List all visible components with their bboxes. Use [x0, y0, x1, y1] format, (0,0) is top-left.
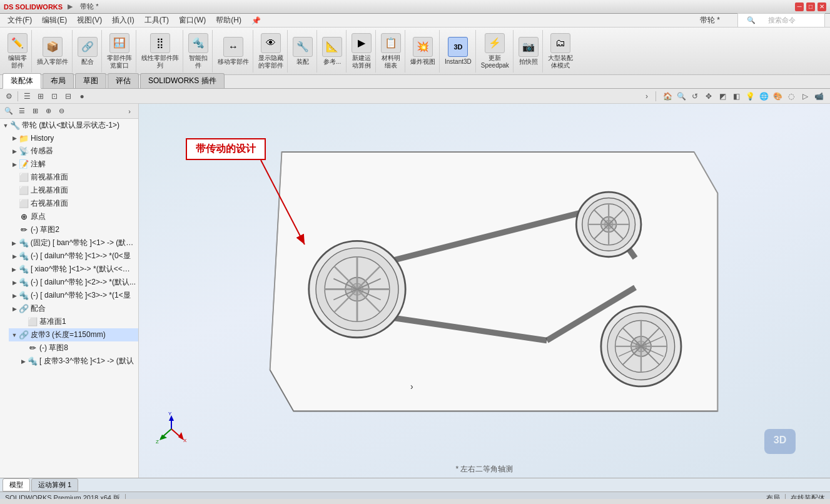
tree-origin-item[interactable]: ⊕ 原点 [9, 210, 138, 223]
mate-button[interactable]: 🔗 [78, 37, 98, 57]
menu-window[interactable]: 窗口(W) [174, 14, 211, 27]
view-light-icon[interactable]: 💡 [744, 90, 756, 103]
tree-xiao1-item[interactable]: ▶ 🔩 [ xiao^带轮 ]<1>-> *(默认<<默... [9, 263, 138, 276]
show-hide-label: 显示隐藏的零部件 [258, 54, 283, 69]
view-section-icon[interactable]: ◩ [716, 90, 729, 103]
tree-root-item[interactable]: ▼ 🔧 带轮 (默认<默认显示状态-1>) [0, 119, 138, 132]
bom-button[interactable]: 📋 [381, 33, 401, 53]
svg-text:Z: Z [156, 439, 159, 445]
filter-icon[interactable]: ⚙ [3, 90, 15, 103]
tree-sketch2-item[interactable]: ✏ (-) 草图2 [9, 223, 138, 236]
tree-belt3ref-item[interactable]: ▶ 🔩 [ 皮带3-3^带轮 ]<1> -> (默认 [18, 355, 138, 368]
view-rotate-icon[interactable]: ↺ [689, 90, 701, 103]
tree-annotation-item[interactable]: ▶ 📝 注解 [9, 158, 138, 171]
root-children: ▶ 📁 History ▶ 📡 传感器 ▶ 📝 注解 [0, 132, 138, 368]
collapse-icon[interactable]: ● [76, 90, 88, 103]
view-camera-icon[interactable]: 📹 [812, 90, 825, 103]
tree-ban-item[interactable]: ▶ 🔩 (固定) [ ban^带轮 ]<1> -> (默认... [9, 236, 138, 249]
minimize-button[interactable]: ─ [795, 3, 804, 11]
tree-top-plane-item[interactable]: ⬜ 上视基准面 [9, 184, 138, 197]
tree-dailun1-item[interactable]: ▶ 🔩 (-) [ dailun^带轮 ]<1>-> *(0<显 [9, 249, 138, 263]
3d-viewport[interactable]: 带传动的设计 [139, 104, 830, 478]
toolbar-group-reference: 📐 参考... [318, 30, 347, 73]
view-orient-icon[interactable]: 🏠 [661, 90, 674, 103]
menu-pin[interactable]: 📌 [246, 15, 266, 26]
tree-dailun3-item[interactable]: ▶ 🔩 (-) [ dailun^带轮 ]<3>-> *(1<显 [9, 289, 138, 302]
view-mode-icon[interactable]: ⊟ [62, 90, 74, 103]
view-zoom-icon[interactable]: 🔍 [675, 90, 687, 103]
main-area: 🔍 ☰ ⊞ ⊕ ⊖ › ▼ 🔧 带轮 (默认<默认显示状态-1>) ▶ 📁 Hi… [0, 104, 830, 478]
linear-pattern-button[interactable]: ⣿ [150, 33, 170, 53]
sidebar-expand-right-button[interactable]: › [123, 106, 136, 117]
bom-label: 材料明细表 [382, 54, 400, 69]
view-scene-icon[interactable]: 🌐 [757, 90, 770, 103]
smart-fastener-button[interactable]: 🔩 [188, 33, 208, 53]
view-appearance-icon[interactable]: 🎨 [771, 90, 784, 103]
sidebar-list-button[interactable]: ☰ [16, 106, 28, 117]
tab-solidworks-plugin[interactable]: SOLIDWORKS 插件 [140, 73, 225, 88]
sidebar-expand-button[interactable]: ⊕ [42, 106, 54, 117]
dailun3-label: (-) [ dailun^带轮 ]<3>-> *(1<显 [31, 290, 131, 301]
explode-button[interactable]: 💥 [413, 37, 433, 57]
tree-datum1-item[interactable]: ⬜ 基准面1 [18, 315, 138, 328]
maximize-button[interactable]: □ [806, 3, 815, 11]
tree-sensor-item[interactable]: ▶ 📡 传感器 [9, 144, 138, 158]
menu-edit[interactable]: 编辑(E) [37, 14, 72, 27]
feature-manager-icon[interactable]: ⊡ [48, 90, 61, 103]
mating-label: 配合 [31, 303, 46, 314]
sidebar-collapse-button[interactable]: ⊖ [55, 106, 68, 117]
menu-tools[interactable]: 工具(T) [139, 14, 174, 27]
xiao1-icon: 🔩 [19, 265, 29, 275]
menu-insert[interactable]: 插入(I) [107, 14, 139, 27]
tab-sketch[interactable]: 草图 [75, 73, 106, 88]
tab-assembly[interactable]: 装配体 [3, 73, 41, 89]
tree-mating-item[interactable]: ▶ 🔗 配合 [9, 302, 138, 315]
bottom-tab-model[interactable]: 模型 [3, 478, 30, 491]
expand-panel-icon[interactable]: › [640, 90, 653, 103]
component-array-button[interactable]: 🪟 [109, 33, 129, 53]
speedpak-button[interactable]: ⚡ [485, 33, 505, 53]
large-assembly-button[interactable]: 🗂 [550, 33, 570, 53]
file-menu-area: ▶ [68, 3, 73, 11]
menu-view[interactable]: 视图(V) [72, 14, 107, 27]
sidebar-thumb-button[interactable]: ⊞ [29, 106, 41, 117]
view-hide-icon[interactable]: ◌ [785, 90, 797, 103]
tab-layout[interactable]: 布局 [43, 73, 74, 88]
view-display-icon[interactable]: ◧ [730, 90, 742, 103]
tree-right-plane-item[interactable]: ⬜ 右视基准面 [9, 197, 138, 210]
tab-evaluate[interactable]: 评估 [108, 73, 139, 88]
menu-help[interactable]: 帮助(H) [211, 14, 246, 27]
bottom-tab-motion1[interactable]: 运动算例 1 [31, 478, 78, 491]
tree-dailun2-item[interactable]: ▶ 🔩 (-) [ dailun^带轮 ]<2>-> *(默认... [9, 276, 138, 289]
instant3d-button[interactable]: 3D [448, 37, 468, 57]
edit-component-button[interactable]: ✏️ [8, 33, 28, 53]
move-component-button[interactable]: ↔ [223, 37, 243, 57]
svg-line-1 [261, 160, 305, 244]
new-motion-button[interactable]: ▶ [352, 33, 372, 53]
mating-icon: 🔗 [19, 304, 29, 314]
show-hide-button[interactable]: 👁 [261, 33, 281, 53]
main-toolbar: ✏️ 编辑零部件 📦 插入零部件 🔗 配合 🪟 零部件阵览窗口 ⣿ 线性零部件阵… [0, 28, 830, 75]
tree-sketch8-item[interactable]: ✏ (-) 草图8 [18, 341, 138, 355]
bottom-tab-strip: 模型 运动算例 1 [0, 478, 830, 491]
toolbar-group-component-array: 🪟 零部件阵览窗口 [103, 30, 136, 73]
insert-component-button[interactable]: 📦 [43, 37, 63, 57]
close-button[interactable]: ✕ [817, 3, 826, 11]
tree-belt3-item[interactable]: ▼ 🔗 皮带3 (长度=1150mm) [9, 328, 138, 341]
view-mode-grid-icon[interactable]: ⊞ [34, 90, 47, 103]
sidebar-filter-button[interactable]: 🔍 [3, 106, 15, 117]
reference-button[interactable]: 📐 [322, 37, 342, 57]
toolbar-group-instant3d: 3D Instant3D [441, 30, 476, 73]
tree-front-plane-item[interactable]: ⬜ 前视基准面 [9, 171, 138, 184]
snapshot-button[interactable]: 📷 [519, 37, 539, 57]
app-logo: DS SOLIDWORKS [4, 3, 63, 11]
svg-text:Y: Y [168, 412, 172, 416]
view-more-icon[interactable]: ▷ [799, 90, 811, 103]
tree-history-item[interactable]: ▶ 📁 History [9, 132, 138, 144]
search-box[interactable]: 🔍 搜索命令 [737, 13, 825, 28]
view-mode-list-icon[interactable]: ☰ [21, 90, 33, 103]
assembly-button[interactable]: 🔧 [293, 37, 313, 57]
annotation-label: 注解 [31, 159, 46, 169]
view-pan-icon[interactable]: ✥ [702, 90, 715, 103]
menu-file[interactable]: 文件(F) [3, 14, 37, 27]
